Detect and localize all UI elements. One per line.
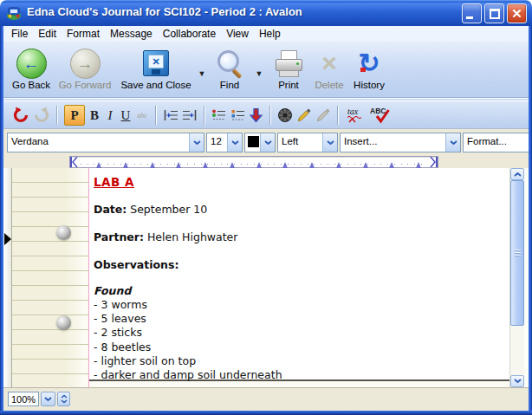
zoom-level-field[interactable]: 100% bbox=[8, 392, 39, 406]
journal-heading: LAB A bbox=[94, 175, 134, 189]
go-back-button[interactable]: ← Go Back bbox=[9, 47, 54, 94]
tab-stop-marker[interactable] bbox=[416, 159, 421, 168]
undo-icon[interactable] bbox=[12, 105, 29, 126]
ruler-row bbox=[3, 154, 529, 168]
italic-button[interactable]: I bbox=[102, 108, 118, 123]
close-button[interactable]: ✕ bbox=[507, 3, 527, 23]
insert-menu-select[interactable]: Insert... bbox=[340, 133, 461, 152]
scroll-up-button[interactable] bbox=[510, 168, 524, 180]
alignment-value: Left bbox=[278, 133, 322, 152]
window-border bbox=[0, 411, 532, 415]
journal-date-line: Date: September 10 bbox=[94, 203, 207, 216]
zoom-spinner[interactable] bbox=[57, 392, 70, 406]
history-button[interactable]: ↻ History bbox=[348, 47, 390, 94]
bold-button[interactable]: B bbox=[87, 108, 102, 123]
tab-stop-marker[interactable] bbox=[203, 159, 208, 168]
paragraph-style-button[interactable]: P bbox=[64, 105, 85, 126]
spellcheck-icon[interactable]: ABC bbox=[369, 105, 390, 126]
chevron-down-icon[interactable] bbox=[260, 133, 275, 152]
underline-button[interactable]: U bbox=[118, 108, 133, 123]
go-forward-button[interactable]: → Go Forward bbox=[55, 47, 114, 94]
menu-format[interactable]: Format bbox=[62, 27, 105, 41]
floppy-save-icon: ✕ bbox=[143, 50, 169, 76]
numbered-list-icon[interactable] bbox=[211, 105, 227, 126]
menu-file[interactable]: File bbox=[6, 27, 33, 41]
find-button[interactable]: Find bbox=[210, 47, 250, 94]
print-button[interactable]: Print bbox=[269, 47, 308, 94]
scrollbar-thumb[interactable] bbox=[510, 180, 524, 326]
insert-down-arrow-icon[interactable] bbox=[250, 105, 263, 126]
menu-view[interactable]: View bbox=[221, 27, 254, 41]
find-label: Find bbox=[210, 80, 250, 90]
formatting-toolbar: P B I U abc tax bbox=[3, 101, 529, 129]
tab-stop-marker[interactable] bbox=[309, 159, 315, 168]
vertical-scrollbar[interactable] bbox=[509, 168, 524, 387]
bulleted-list-icon[interactable] bbox=[230, 105, 246, 126]
indent-decrease-icon[interactable] bbox=[182, 105, 198, 126]
zoom-chevron-down-icon[interactable] bbox=[41, 392, 55, 406]
tab-stop-marker[interactable] bbox=[336, 159, 341, 168]
menu-edit[interactable]: Edit bbox=[33, 27, 62, 41]
chevron-down-icon[interactable] bbox=[227, 133, 242, 152]
font-family-value: Verdana bbox=[8, 133, 189, 152]
window-title: Edna Cloud's Journal for SCI102 - Period… bbox=[27, 5, 302, 18]
separator bbox=[269, 106, 271, 125]
menu-collaborate[interactable]: Collaborate bbox=[158, 27, 221, 41]
title-bar: Edna Cloud's Journal for SCI102 - Period… bbox=[0, 0, 532, 26]
main-toolbar: ← Go Back → Go Forward ✕ Save and Close … bbox=[3, 42, 529, 98]
left-margin-marker[interactable] bbox=[70, 157, 78, 167]
binder-hole bbox=[56, 225, 71, 240]
chevron-down-icon[interactable] bbox=[445, 133, 460, 152]
maximize-button[interactable] bbox=[484, 3, 504, 23]
redo-icon[interactable] bbox=[33, 105, 50, 126]
tab-stop-marker[interactable] bbox=[123, 159, 128, 168]
find-options-chevron-icon[interactable]: ▼ bbox=[253, 69, 265, 78]
tab-stop-marker[interactable] bbox=[96, 159, 101, 168]
tab-stop-marker[interactable] bbox=[363, 159, 368, 168]
tab-stop-marker[interactable] bbox=[256, 159, 262, 168]
journal-list-item: - 3 worms bbox=[94, 298, 147, 311]
history-circular-arrow-icon: ↻ bbox=[354, 49, 384, 78]
svg-text:ABC: ABC bbox=[370, 107, 386, 115]
app-icon[interactable] bbox=[6, 5, 22, 21]
x-delete-icon: × bbox=[321, 50, 337, 76]
journal-editor[interactable]: LAB A Date: September 10 Partner: Helen … bbox=[89, 168, 518, 381]
save-options-chevron-icon[interactable]: ▼ bbox=[196, 69, 208, 78]
tab-stop-marker[interactable] bbox=[230, 159, 235, 168]
tab-stop-marker[interactable] bbox=[389, 159, 394, 168]
text-effect-icon[interactable]: abc bbox=[133, 112, 151, 120]
chevron-down-icon[interactable] bbox=[322, 133, 337, 152]
menu-bar: File Edit Format Message Collaborate Vie… bbox=[3, 26, 529, 42]
minimize-button[interactable] bbox=[462, 3, 482, 23]
autocorrect-icon[interactable]: tax bbox=[345, 105, 366, 126]
eyedropper-icon[interactable] bbox=[315, 105, 331, 126]
font-size-value: 12 bbox=[207, 133, 227, 152]
highlighter-icon[interactable] bbox=[296, 105, 312, 126]
indent-increase-icon[interactable] bbox=[163, 105, 178, 126]
right-margin-marker[interactable] bbox=[430, 157, 438, 167]
application-window: Edna Cloud's Journal for SCI102 - Period… bbox=[0, 0, 532, 415]
save-and-close-button[interactable]: ✕ Save and Close bbox=[116, 47, 196, 94]
tab-stop-marker[interactable] bbox=[176, 159, 181, 168]
delete-button[interactable]: × Delete bbox=[310, 47, 348, 94]
minimize-icon bbox=[466, 16, 473, 19]
scroll-down-button[interactable] bbox=[510, 375, 524, 387]
tab-stop-marker[interactable] bbox=[150, 159, 155, 168]
history-label: History bbox=[348, 80, 390, 90]
ruler[interactable] bbox=[69, 156, 438, 168]
menu-message[interactable]: Message bbox=[105, 27, 158, 41]
separator bbox=[337, 106, 339, 125]
delete-label: Delete bbox=[310, 80, 348, 90]
menu-help[interactable]: Help bbox=[254, 27, 286, 41]
font-family-select[interactable]: Verdana bbox=[7, 133, 204, 152]
color-wheel-icon[interactable] bbox=[277, 105, 293, 126]
journal-list-item: - 5 leaves bbox=[94, 312, 146, 325]
insert-menu-value: Insert... bbox=[341, 133, 445, 152]
font-color-select[interactable] bbox=[244, 133, 276, 152]
tab-stop-marker[interactable] bbox=[282, 159, 288, 168]
status-bar: 100% bbox=[3, 387, 529, 412]
font-size-select[interactable]: 12 bbox=[206, 133, 243, 152]
chevron-down-icon[interactable] bbox=[189, 133, 204, 152]
format-menu-select[interactable]: Format... bbox=[463, 133, 529, 152]
alignment-select[interactable]: Left bbox=[277, 133, 338, 152]
